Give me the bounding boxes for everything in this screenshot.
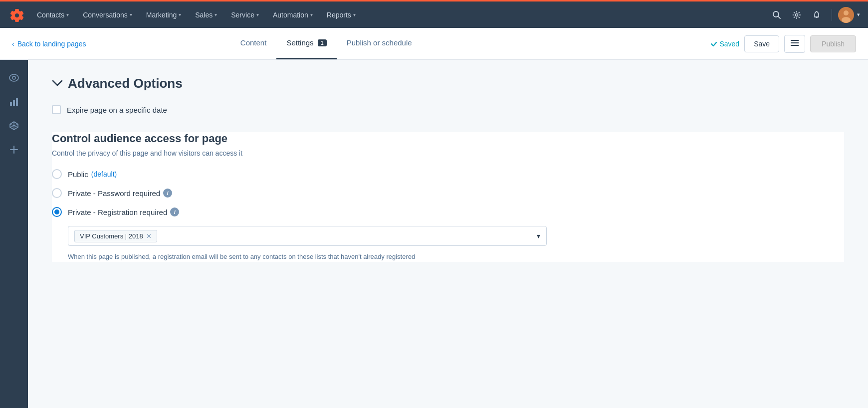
radio-public-input[interactable]: [52, 169, 62, 179]
svg-point-11: [9, 74, 18, 81]
nav-marketing[interactable]: Marketing ▾: [139, 1, 188, 29]
hubspot-logo[interactable]: [8, 6, 26, 24]
avatar[interactable]: [838, 7, 854, 23]
svg-point-12: [12, 76, 15, 79]
publish-button[interactable]: Publish: [810, 35, 856, 52]
chevron-down-icon: ▾: [353, 12, 356, 17]
radio-public-label: Public (default): [68, 170, 117, 179]
menu-button[interactable]: [784, 35, 805, 53]
nav-service[interactable]: Service ▾: [224, 1, 266, 29]
tag-input-container[interactable]: VIP Customers | 2018 ✕ ▾: [68, 226, 547, 246]
settings-icon[interactable]: [788, 6, 806, 24]
radio-password: Private - Password required i: [52, 188, 844, 198]
settings-badge: 1: [318, 39, 327, 46]
advanced-options-title: Advanced Options: [68, 76, 183, 91]
radio-registration-input[interactable]: [52, 207, 62, 217]
chevron-down-icon: ▾: [66, 12, 69, 17]
eye-icon[interactable]: [4, 68, 24, 88]
plus-icon[interactable]: [4, 140, 24, 160]
sub-header: ‹ Back to landing pages Content Settings…: [0, 28, 868, 60]
svg-point-7: [842, 17, 851, 23]
nav-sales[interactable]: Sales ▾: [188, 1, 224, 29]
left-sidebar: [0, 60, 28, 408]
header-right-actions: Saved Save Publish: [710, 35, 856, 53]
saved-indicator: Saved: [710, 40, 739, 48]
main-layout: Advanced Options Expire page on a specif…: [0, 60, 868, 408]
svg-rect-14: [13, 100, 15, 106]
tab-content[interactable]: Content: [230, 27, 277, 59]
audience-desc: Control the privacy of this page and how…: [52, 149, 844, 157]
chevron-down-icon: ▾: [310, 12, 313, 17]
svg-line-2: [778, 16, 781, 18]
svg-rect-15: [16, 98, 18, 106]
radio-public-default: (default): [91, 170, 117, 178]
content-area: Advanced Options Expire page on a specif…: [28, 60, 868, 408]
nav-right-actions: ▾: [768, 6, 860, 24]
notifications-icon[interactable]: [808, 6, 826, 24]
top-navigation: Contacts ▾ Conversations ▾ Marketing ▾ S…: [0, 0, 868, 28]
chevron-down-icon: ▾: [256, 12, 259, 17]
radio-registration-label: Private - Registration required i: [68, 207, 179, 216]
chevron-down-icon: ▾: [179, 12, 181, 17]
cube-icon[interactable]: [4, 116, 24, 136]
svg-point-6: [844, 10, 849, 15]
nav-items: Contacts ▾ Conversations ▾ Marketing ▾ S…: [30, 1, 768, 29]
tag-remove-button[interactable]: ✕: [146, 232, 152, 240]
collapse-chevron-icon[interactable]: [52, 78, 63, 89]
radio-password-input[interactable]: [52, 188, 62, 198]
audience-section: Control audience access for page Control…: [52, 132, 844, 262]
radio-registration: Private - Registration required i: [52, 207, 844, 217]
svg-point-0: [15, 13, 19, 17]
chart-icon[interactable]: [4, 92, 24, 112]
avatar-chevron-icon[interactable]: ▾: [857, 11, 860, 18]
back-to-landing-pages[interactable]: ‹ Back to landing pages: [12, 40, 86, 48]
sub-tabs: Content Settings 1 Publish or schedule: [230, 28, 422, 59]
chevron-down-icon: ▾: [215, 12, 217, 17]
back-arrow-icon: ‹: [12, 40, 14, 48]
radio-password-label: Private - Password required i: [68, 189, 172, 198]
nav-contacts[interactable]: Contacts ▾: [30, 1, 76, 29]
radio-public: Public (default): [52, 169, 844, 179]
advanced-options-header: Advanced Options: [52, 76, 844, 91]
nav-conversations[interactable]: Conversations ▾: [76, 1, 139, 29]
vip-customers-tag: VIP Customers | 2018 ✕: [74, 230, 157, 242]
nav-automation[interactable]: Automation ▾: [266, 1, 320, 29]
tab-publish[interactable]: Publish or schedule: [337, 27, 422, 59]
nav-reports[interactable]: Reports ▾: [320, 1, 363, 29]
expire-checkbox[interactable]: [52, 105, 61, 114]
registration-info-icon[interactable]: i: [170, 207, 179, 216]
expire-section: Expire page on a specific date: [52, 105, 844, 114]
chevron-down-icon: ▾: [130, 12, 132, 17]
nav-divider: [832, 9, 832, 21]
svg-point-3: [796, 13, 798, 16]
expire-label: Expire page on a specific date: [67, 106, 167, 114]
password-info-icon[interactable]: i: [163, 189, 172, 198]
search-icon[interactable]: [768, 6, 786, 24]
registration-note: When this page is published, a registrat…: [68, 252, 547, 262]
tag-dropdown-icon[interactable]: ▾: [537, 232, 540, 240]
svg-rect-13: [10, 102, 12, 106]
audience-title: Control audience access for page: [52, 132, 844, 145]
save-button[interactable]: Save: [744, 35, 779, 52]
tab-settings[interactable]: Settings 1: [276, 27, 336, 59]
